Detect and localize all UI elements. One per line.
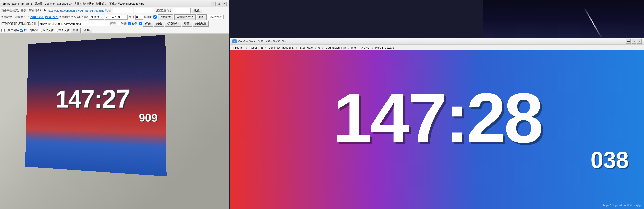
help-label: 如需帮助，请联系 QQ bbox=[1, 15, 29, 19]
stopwatch-display: 147:28 038 https://blog.csdn.net/fsheevy… bbox=[230, 50, 644, 209]
screenshot-button[interactable]: 截图 bbox=[197, 14, 207, 20]
sw-minimize-button[interactable]: — bbox=[626, 39, 631, 44]
biz-label: 如需商务合作 QQ号码: bbox=[59, 15, 88, 19]
menu-program[interactable]: Program bbox=[232, 46, 246, 49]
stopwatch-window: S OnlyStopWatch 3.36 - x32/x86 (32-Bit) … bbox=[230, 38, 644, 209]
qq2-link[interactable]: 499687479 bbox=[45, 16, 58, 19]
pause-button[interactable]: 暂停 bbox=[182, 21, 192, 27]
switch-button[interactable]: 切换地址 bbox=[165, 21, 181, 27]
sw-close-button[interactable]: ✕ bbox=[637, 39, 642, 44]
rtsp-config-button[interactable]: Rtsp配置 bbox=[158, 14, 174, 20]
menu-sep1: # bbox=[246, 46, 248, 49]
resolution-label: 3840*2160 bbox=[208, 15, 224, 19]
video-tilted-screen: 147:27 909 bbox=[25, 35, 167, 176]
toolbar-row2: 如需帮助，请联系 QQ 294891451 499687479 如需商务合作 Q… bbox=[0, 14, 229, 20]
value1-input[interactable] bbox=[105, 15, 128, 20]
second-checkbox[interactable] bbox=[128, 22, 131, 25]
set-button[interactable]: 设置 bbox=[192, 8, 202, 13]
smartplayer-title-bar: SmartPlayer RTMP/RTSP播放器 (Copyright (C) … bbox=[0, 0, 229, 7]
stopwatch-window-controls: — □ ✕ bbox=[626, 39, 642, 44]
qq1-link[interactable]: 294891451 bbox=[30, 16, 44, 19]
maximize-button[interactable]: □ bbox=[217, 2, 221, 6]
menu-info[interactable]: Info bbox=[350, 46, 357, 49]
vflip-label: 垂直反转 bbox=[55, 28, 70, 32]
menu-sep4: # bbox=[322, 46, 324, 49]
stopwatch-milliseconds: 038 bbox=[591, 147, 629, 173]
lowdelay-checkbox[interactable] bbox=[153, 15, 157, 19]
rotate-button[interactable]: 旋转 bbox=[71, 28, 81, 33]
github-link[interactable]: https://github.com/daniulive/SmarterStre… bbox=[47, 9, 104, 12]
second-label: 秒开 bbox=[121, 22, 127, 26]
decode-checkbox[interactable] bbox=[139, 22, 142, 25]
smartplayer-title: SmartPlayer RTMP/RTSP播放器 (Copyright (C) … bbox=[2, 2, 145, 6]
menu-continue-pause[interactable]: Continue/Pause (F6) bbox=[267, 46, 296, 49]
video-timer-sub: 909 bbox=[139, 112, 158, 124]
stopwatch-footer-link[interactable]: https://blog.csdn.net/fsheevyfg bbox=[603, 204, 641, 207]
stopwatch-timer: 147:28 bbox=[333, 86, 541, 150]
minimize-button[interactable]: — bbox=[211, 2, 216, 6]
mute-label: 静音 bbox=[110, 22, 116, 26]
toolbar-row4: 只播关键帧 按比例绘制 水平反转 垂直反转 旋转 全屏 bbox=[0, 27, 229, 34]
menu-sep2: # bbox=[265, 46, 266, 49]
menu-more-freeware[interactable]: More Freeware bbox=[374, 46, 396, 49]
video-content: 147:27 909 bbox=[0, 34, 229, 209]
decode-label: 硬解 bbox=[132, 22, 138, 26]
menu-sep5: # bbox=[348, 46, 349, 49]
stopwatch-gradient-bg: 147:28 038 https://blog.csdn.net/fsheevy… bbox=[230, 50, 644, 209]
fullscreen-button[interactable]: 全屏 bbox=[82, 28, 92, 33]
vflip-checkbox[interactable] bbox=[55, 29, 58, 32]
mute-checkbox[interactable] bbox=[117, 22, 120, 25]
smartplayer-window-controls: — □ ✕ bbox=[211, 2, 227, 6]
stopwatch-title-text: OnlyStopWatch 3.36 - x32/x86 (32-Bit) bbox=[238, 40, 286, 43]
menu-sep6: # bbox=[358, 46, 359, 49]
record-button[interactable]: 录像 bbox=[154, 21, 164, 27]
screenshot-path-button[interactable]: 设置截图路径 bbox=[174, 14, 196, 20]
meteor-decoration bbox=[584, 7, 602, 38]
ratio-checkbox[interactable] bbox=[20, 29, 23, 32]
record-config-button[interactable]: 录像配置 bbox=[193, 21, 209, 27]
qq-code-input[interactable] bbox=[89, 15, 104, 20]
url-label: RTMP/RTSP URL或FLV文件: bbox=[1, 22, 37, 26]
stop-button[interactable]: 停止 bbox=[143, 21, 153, 27]
close-button[interactable]: ✕ bbox=[222, 2, 227, 6]
position-input[interactable] bbox=[173, 8, 191, 13]
platform-label: 更多平台推流、播放，请参见Github: bbox=[1, 9, 46, 12]
buffer-input[interactable] bbox=[135, 15, 143, 20]
lowdelay-label: 低延时 bbox=[144, 15, 152, 19]
sw-maximize-button[interactable]: □ bbox=[632, 39, 636, 44]
menu-lng[interactable]: # LNG bbox=[360, 46, 371, 49]
time-input[interactable] bbox=[113, 8, 133, 13]
stopwatch-icon: S bbox=[232, 39, 237, 43]
time-input2[interactable] bbox=[134, 8, 154, 13]
menu-stop-watch[interactable]: Stop-Watch (F7) bbox=[298, 46, 321, 49]
time-label: 时长: bbox=[105, 9, 112, 12]
video-screen-inner: 147:27 909 bbox=[25, 35, 167, 176]
stopwatch-title-bar: S OnlyStopWatch 3.36 - x32/x86 (32-Bit) … bbox=[230, 38, 644, 45]
toolbar-row3: RTMP/RTSP URL或FLV文件: 静音 秒开 硬解 停止 录像 切换地址… bbox=[0, 20, 229, 27]
video-timer-main: 147:27 bbox=[56, 85, 130, 112]
ratio-label: 按比例绘制 bbox=[20, 28, 38, 32]
toolbar-row1: 更多平台推流、播放，请参见Github: https://github.com/… bbox=[0, 7, 229, 14]
menu-sep3: # bbox=[296, 46, 298, 49]
video-display-area: 147:27 909 bbox=[0, 34, 229, 209]
background-area bbox=[483, 0, 644, 38]
menu-reset[interactable]: Reset (F5) bbox=[248, 46, 264, 49]
smartplayer-window: SmartPlayer RTMP/RTSP播放器 (Copyright (C) … bbox=[0, 0, 229, 209]
buffer-label: 缓冲 bbox=[129, 15, 134, 19]
hflip-label: 水平反转 bbox=[39, 28, 54, 32]
keyframe-label: 只播关键帧 bbox=[1, 28, 19, 32]
position-label: 设置位置(秒): bbox=[155, 9, 172, 12]
keyframe-checkbox[interactable] bbox=[1, 29, 5, 32]
url-input[interactable] bbox=[38, 21, 109, 26]
stopwatch-menu-bar: Program # Reset (F5) # Continue/Pause (F… bbox=[230, 45, 644, 50]
stopwatch-title-container: S OnlyStopWatch 3.36 - x32/x86 (32-Bit) bbox=[232, 39, 286, 43]
menu-sep7: # bbox=[372, 46, 373, 49]
hflip-checkbox[interactable] bbox=[39, 29, 42, 32]
menu-countdown[interactable]: Countdown (F8) bbox=[324, 46, 347, 49]
